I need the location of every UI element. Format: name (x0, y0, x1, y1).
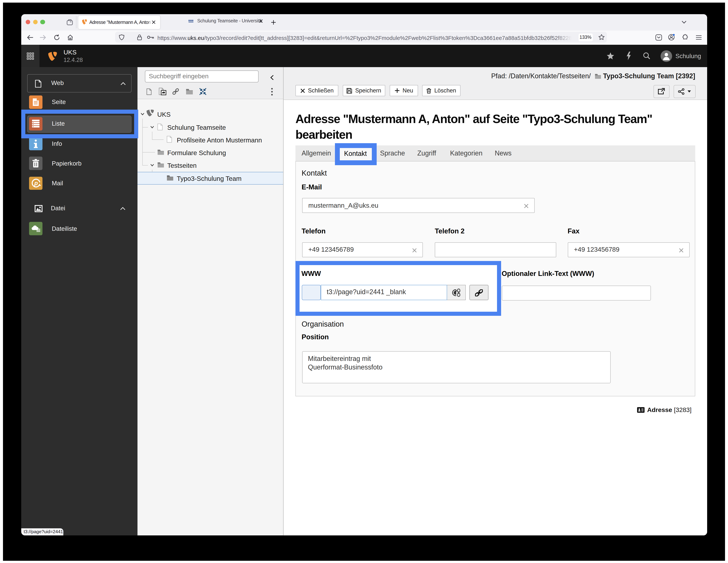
svg-text:p: p (34, 180, 38, 186)
